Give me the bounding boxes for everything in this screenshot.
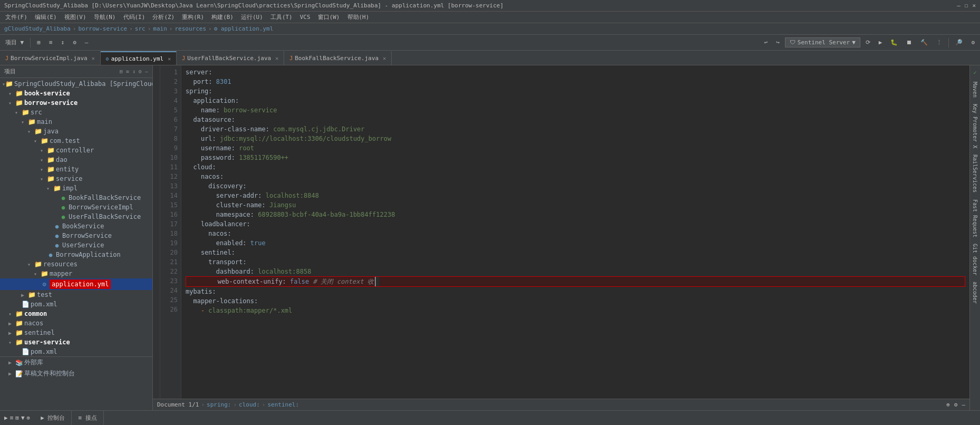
tab-user-fallback[interactable]: J UserFallBackService.java ✕ [177,51,284,65]
menu-tools[interactable]: 工具(T) [267,12,296,22]
search-btn[interactable]: 🔎 [952,38,966,47]
menu-vcs[interactable]: VCS [297,13,314,22]
tree-book-fallback-service[interactable]: ● BookFallBackService [0,193,152,202]
tree-borrow-application[interactable]: ● BorrowApplication [0,250,152,259]
settings-btn[interactable]: ⚙ [968,38,978,47]
tree-pom-user[interactable]: 📄 pom.xml [0,347,152,356]
breadcrumb-file[interactable]: ⚙ application.yml [214,25,274,32]
tree-scratch[interactable]: ▶ 📝 草稿文件和控制台 [0,368,152,379]
menu-file[interactable]: 文件(F) [2,12,31,22]
right-panel-git-docker[interactable]: Git docker [971,242,979,277]
status-settings-icon[interactable]: ⚙ [954,401,958,408]
tree-root[interactable]: ▾ 📁 SpringCloudStudy_Alibaba [SpringClou… [0,79,152,89]
code-line-9: username: root [186,143,965,153]
tree-service[interactable]: ▾ 📁 service [0,174,152,183]
tree-borrow-service[interactable]: ▾ 📁 borrow-service [0,98,152,108]
toolbar-btn-3[interactable]: ↕ [58,38,68,47]
bottom-icon-5[interactable]: ⊕ [27,414,31,421]
tree-dao[interactable]: ▾ 📁 dao [0,155,152,165]
menu-code[interactable]: 代码(I) [120,12,149,22]
tab-book-fallback[interactable]: J BookFallBackService.java ✕ [284,51,392,65]
tab-close-2[interactable]: ✕ [168,56,171,62]
right-panel-key-promoter[interactable]: Key Promoter X [971,102,979,150]
tree-user-fallback-service[interactable]: ● UserFallBackService [0,212,152,221]
window-controls[interactable]: — ☐ ✕ [957,2,976,9]
build-btn[interactable]: 🔨 [917,38,931,47]
menu-help[interactable]: 帮助(H) [344,12,373,22]
right-panel-abcoder[interactable]: abcoder [971,279,979,306]
tree-pom-borrow[interactable]: 📄 pom.xml [0,300,152,309]
bottom-icon-1[interactable]: ▶ [4,414,8,421]
toolbar-btn-2[interactable]: ≡ [46,38,56,47]
tab-close-4[interactable]: ✕ [383,55,386,61]
toolbar-btn-4[interactable]: ⚙ [70,38,80,47]
close-btn[interactable]: ✕ [972,2,976,9]
debug-btn[interactable]: 🐛 [887,38,901,47]
bottom-tab-console[interactable]: ▶ 控制台 [34,411,72,426]
tree-mapper[interactable]: ▾ 📁 mapper [0,269,152,278]
breadcrumb-resources[interactable]: resources [174,25,206,32]
tree-src[interactable]: ▾ 📁 src [0,108,152,117]
menu-run[interactable]: 运行(U) [238,12,266,22]
status-minus-icon[interactable]: — [962,401,965,408]
tab-borrow-service-impl[interactable]: J BorrowServiceImpl.java ✕ [0,51,101,65]
menu-build[interactable]: 构建(B) [208,12,237,22]
tree-user-service-module[interactable]: ▾ 📁 user-service [0,337,152,347]
bottom-icon-2[interactable]: ≡ [10,414,14,421]
right-panel-maven[interactable]: Maven [971,80,979,100]
tree-com-test[interactable]: ▾ 📁 com.test [0,136,152,146]
status-add-icon[interactable]: ⊕ [946,401,950,408]
forward-btn[interactable]: ↪ [773,38,783,47]
tree-java[interactable]: ▾ 📁 java [0,127,152,136]
tree-external-libs[interactable]: ▶ 📚 外部库 [0,356,152,368]
tree-borrow-service-interface[interactable]: ● BorrowService [0,231,152,240]
tree-sentinel[interactable]: ▶ 📁 sentinel [0,328,152,337]
toolbar-btn-1[interactable]: ⊞ [34,38,44,47]
menu-view[interactable]: 视图(V) [61,12,90,22]
tree-borrow-service-impl[interactable]: ● BorrowServiceImpl [0,202,152,212]
tree-controller[interactable]: ▾ 📁 controller [0,146,152,155]
breadcrumb-src[interactable]: src [135,25,145,32]
menu-navigate[interactable]: 导航(N) [91,12,119,22]
menu-refactor[interactable]: 重构(R) [179,12,207,22]
toolbar: 项目 ▼ ⊞ ≡ ↕ ⚙ — ↩ ↪ 🛡 Sentinel Server ▼ ⟳… [0,35,980,51]
breadcrumb-main[interactable]: main [153,25,167,32]
tree-resources[interactable]: ▾ 📁 resources [0,259,152,269]
breadcrumb-module[interactable]: borrow-service [78,25,127,32]
menu-window[interactable]: 窗口(W) [315,12,343,22]
more-btn[interactable]: ⋮ [933,38,945,47]
breadcrumb-root[interactable]: gCloudStudy_Alibaba [4,25,71,32]
stop-btn[interactable]: ⏹ [903,38,915,47]
editor-content[interactable]: 12345 678910 1112131415 1617181920 21222… [153,65,969,399]
tab-close-3[interactable]: ✕ [275,55,278,61]
tree-book-service[interactable]: ▾ 📁 book-service [0,89,152,98]
right-panel-fast-request[interactable]: Fast Request [971,197,979,239]
menu-analyze[interactable]: 分析(Z) [149,12,178,22]
run-btn[interactable]: ▶ [876,38,886,47]
bottom-tab-endpoints[interactable]: ≡ 接点 [72,411,103,426]
tab-application-yml[interactable]: ⚙ application.yml ✕ [101,51,177,65]
sentinel-server-selector[interactable]: 🛡 Sentinel Server ▼ [785,37,860,47]
refresh-btn[interactable]: ⟳ [862,38,874,47]
sidebar-controls[interactable]: ⊞ ≡ ↕ ⚙ — [120,69,148,74]
bottom-icon-4[interactable]: ▼ [21,414,25,421]
right-panel-rail-services[interactable]: RailServices [971,152,979,195]
tab-close-1[interactable]: ✕ [92,55,95,61]
tree-nacos[interactable]: ▶ 📁 nacos [0,318,152,328]
tree-user-service-interface[interactable]: ● UserService [0,240,152,250]
tree-application-yml[interactable]: ⚙ application.yml [0,278,152,290]
back-btn[interactable]: ↩ [761,38,771,47]
toolbar-btn-5[interactable]: — [82,38,92,47]
tree-entity[interactable]: ▾ 📁 entity [0,165,152,174]
tree-common[interactable]: ▾ 📁 common [0,309,152,318]
menu-edit[interactable]: 编辑(E) [32,12,60,22]
maximize-btn[interactable]: ☐ [965,2,968,9]
tree-book-service-interface[interactable]: ● BookService [0,221,152,231]
tree-impl[interactable]: ▾ 📁 impl [0,183,152,193]
tree-main[interactable]: ▾ 📁 main [0,117,152,127]
bottom-icon-3[interactable]: ⊞ [15,414,19,421]
tree-test[interactable]: ▶ 📁 test [0,290,152,300]
project-dropdown[interactable]: 项目 ▼ [2,37,27,47]
minimize-btn[interactable]: — [957,2,960,9]
code-editor[interactable]: server: port: 8301 spring: application: … [181,65,969,399]
